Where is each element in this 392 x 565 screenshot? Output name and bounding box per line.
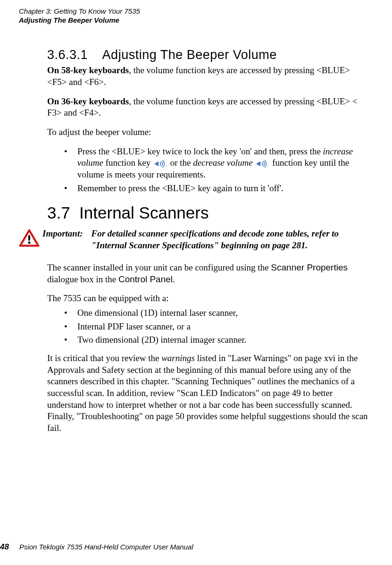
scanner-properties-label: Scanner Properties	[271, 262, 348, 272]
footer-title: Psion Teklogix 7535 Hand-Held Computer U…	[19, 543, 193, 551]
list-item: One dimensional (1D) internal laser scan…	[64, 307, 368, 319]
page-number: 48	[0, 542, 19, 552]
svg-text:+: +	[166, 164, 167, 168]
important-body: For detailed scanner specifications and …	[92, 228, 368, 251]
bold-58key: On 58-key keyboards	[47, 65, 129, 75]
control-panel-label: Control Panel	[118, 274, 173, 284]
volume-up-icon: +	[154, 160, 167, 168]
subsection-title: Adjusting The Beeper Volume	[102, 48, 277, 62]
bullet-list-equip: One dimensional (1D) internal laser scan…	[47, 307, 368, 346]
important-label: Important:	[42, 228, 92, 251]
b1-decrease-volume: decrease volume	[193, 158, 252, 168]
warning-icon	[19, 229, 40, 248]
section-heading: 3.7 Internal Scanners	[47, 203, 368, 222]
list-item: Two dimensional (2D) internal imager sca…	[64, 334, 368, 346]
paragraph-36key: On 36-key keyboards, the volume function…	[47, 96, 368, 119]
warn-b: warnings	[161, 353, 195, 363]
sc-e: .	[173, 274, 175, 284]
paragraph-scanner-config: The scanner installed in your unit can b…	[47, 262, 368, 285]
section-number: 3.7	[47, 203, 70, 222]
subsection-heading: 3.6.3.1 Adjusting The Beeper Volume	[47, 48, 368, 62]
bullet-list-volume: Press the <BLUE> key twice to lock the k…	[47, 146, 368, 194]
b1-text-b: function key	[103, 158, 153, 168]
volume-down-icon: −	[256, 160, 269, 168]
important-block: Important: For detailed scanner specific…	[19, 228, 368, 251]
page-footer: 48 Psion Teklogix 7535 Hand-Held Compute…	[0, 542, 193, 552]
subsection-number: 3.6.3.1	[47, 48, 88, 62]
header-chapter: Chapter 3: Getting To Know Your 7535	[19, 7, 373, 16]
svg-rect-2	[28, 235, 30, 241]
page-content: 3.6.3.1 Adjusting The Beeper Volume On 5…	[19, 24, 373, 434]
sc-c: dialogue box in the	[47, 274, 118, 284]
warn-a: It is critical that you review the	[47, 353, 161, 363]
paragraph-58key: On 58-key keyboards, the volume function…	[47, 65, 368, 88]
important-text: Important: For detailed scanner specific…	[42, 228, 368, 251]
svg-text:−: −	[267, 164, 269, 168]
header-section-name: Adjusting The Beeper Volume	[19, 16, 373, 24]
warn-c: listed in "Laser Warnings" on page xvi i…	[47, 353, 368, 433]
section-title: Internal Scanners	[79, 203, 209, 222]
bold-36key: On 36-key keyboards	[47, 96, 129, 106]
b1-text-c: or the	[168, 158, 193, 168]
list-item: Internal PDF laser scanner, or a	[64, 321, 368, 333]
b1-text-a: Press the <BLUE> key twice to lock the k…	[77, 146, 323, 156]
list-item: Remember to press the <BLUE> key again t…	[64, 183, 368, 194]
sc-a: The scanner installed in your unit can b…	[47, 262, 271, 272]
svg-point-3	[28, 242, 31, 244]
paragraph-equipped: The 7535 can be equipped with a:	[47, 293, 368, 304]
paragraph-warnings: It is critical that you review the warni…	[47, 353, 368, 434]
paragraph-adjust: To adjust the beeper volume:	[47, 126, 368, 138]
list-item: Press the <BLUE> key twice to lock the k…	[64, 146, 368, 181]
